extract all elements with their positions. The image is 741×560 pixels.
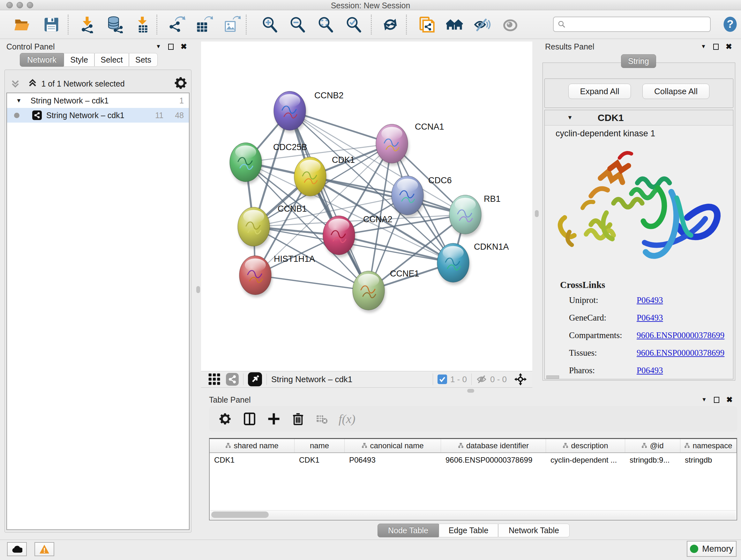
node-label-CCNA1: CCNA1 [415, 122, 444, 132]
tab-node-table[interactable]: Node Table [378, 523, 439, 537]
table-cell[interactable]: CDK1 [210, 453, 294, 467]
panel-close-icon[interactable]: ✖ [726, 42, 732, 51]
birdseye-navigator-icon[interactable] [514, 373, 527, 386]
zoom-in-icon[interactable] [261, 16, 278, 33]
network-canvas[interactable]: CCNB2CCNA1CDC25BCDK1CDC6RB1CCNB1CCNA2CDK… [201, 42, 532, 371]
import-database-icon[interactable] [106, 16, 123, 33]
network-collection-row[interactable]: ▼ String Network – cdk1 1 [7, 93, 189, 108]
table-cell[interactable]: stringdb [680, 453, 737, 467]
column-header-database-identifier[interactable]: database identifier [441, 439, 546, 452]
protein-collapse-icon[interactable]: ▼ [567, 114, 573, 121]
panel-float-icon[interactable] [168, 44, 174, 50]
show-all-networks-icon[interactable] [446, 16, 463, 33]
table-scrollbar-thumb[interactable] [211, 511, 269, 518]
crosslink-value-link[interactable]: P06493 [636, 295, 663, 305]
panel-collapse-icon[interactable]: ▼ [701, 44, 706, 50]
crosslink-row: Uniprot:P06493 [569, 295, 733, 305]
add-column-icon[interactable] [267, 412, 280, 426]
save-session-icon[interactable] [43, 16, 60, 33]
tab-string[interactable]: String [621, 54, 656, 68]
crosslink-value-link[interactable]: 9606.ENSP00000378699 [636, 348, 724, 358]
results-scrollbar-fragment[interactable] [546, 375, 559, 379]
network-selection-status: 1 of 1 Network selected [35, 79, 131, 88]
import-table-icon[interactable] [134, 16, 151, 33]
panel-collapse-icon[interactable]: ▼ [156, 44, 161, 50]
export-image-icon[interactable] [223, 16, 241, 33]
table-cell[interactable]: 9606.ENSP00000378699 [441, 453, 546, 467]
network-node-CDC6[interactable]: CDC6 [392, 176, 452, 217]
network-node-HIST1H1A[interactable]: HIST1H1A [239, 254, 315, 297]
detach-view-icon[interactable] [248, 372, 262, 386]
collapse-all-icon[interactable] [10, 78, 20, 89]
column-header-@id[interactable]: @id [625, 439, 680, 452]
show-columns-icon[interactable] [243, 412, 256, 426]
network-node-CCNA1[interactable]: CCNA1 [376, 122, 444, 166]
gray-eye-icon[interactable] [502, 16, 519, 33]
warning-button[interactable] [35, 542, 54, 556]
open-session-icon[interactable] [13, 16, 30, 33]
memory-label: Memory [702, 544, 733, 554]
network-node-CCNE1[interactable]: CCNE1 [353, 269, 419, 313]
expand-all-button[interactable]: Expand All [568, 84, 631, 99]
table-panel-controls: ▼ ✖ [701, 395, 733, 404]
network-node-CDK1[interactable]: CDK1 [294, 155, 355, 199]
network-node-CCNB2[interactable]: CCNB2 [274, 91, 344, 133]
crosslink-value-link[interactable]: P06493 [636, 366, 663, 375]
column-header-canonical-name[interactable]: canonical name [345, 439, 441, 452]
hide-string-styles-icon[interactable] [474, 16, 491, 33]
left-splitter-handle[interactable] [196, 286, 200, 293]
column-header-shared-name[interactable]: shared name [210, 439, 294, 452]
table-cell[interactable]: P06493 [345, 453, 441, 467]
crosslink-value-link[interactable]: P06493 [636, 313, 663, 323]
tab-network-table[interactable]: Network Table [498, 523, 569, 537]
crosslink-label: GeneCard: [569, 313, 636, 323]
network-row[interactable]: String Network – cdk1 11 48 [7, 108, 189, 123]
table-cell[interactable]: stringdb:9... [625, 453, 680, 467]
hidden-eye-icon[interactable] [476, 374, 487, 385]
help-icon[interactable]: ? [722, 16, 738, 33]
import-network-icon[interactable] [78, 16, 96, 33]
tab-sets[interactable]: Sets [129, 53, 158, 67]
table-cell[interactable]: cyclin-dependent ... [546, 453, 625, 467]
network-node-RB1[interactable]: RB1 [449, 194, 501, 237]
tab-select[interactable]: Select [94, 53, 129, 67]
panel-close-icon[interactable]: ✖ [726, 395, 733, 404]
right-splitter-handle[interactable] [535, 210, 539, 217]
protein-section-header[interactable]: ▼ CDK1 [545, 110, 733, 125]
tab-style[interactable]: Style [64, 53, 94, 67]
panel-float-icon[interactable] [714, 397, 719, 403]
memory-button[interactable]: Memory [687, 541, 737, 557]
zoom-selected-icon[interactable] [345, 16, 362, 33]
clone-network-icon[interactable] [418, 16, 435, 33]
node-table-body: CDK1CDK1P064939606.ENSP00000378699cyclin… [210, 453, 737, 467]
export-network-icon[interactable] [169, 16, 186, 33]
table-cell[interactable]: CDK1 [294, 453, 345, 467]
table-row[interactable]: CDK1CDK1P064939606.ENSP00000378699cyclin… [210, 453, 737, 467]
network-options-gear-icon[interactable] [174, 76, 188, 90]
collapse-all-button[interactable]: Collapse All [643, 84, 710, 99]
network-node-CDKN1A[interactable]: CDKN1A [437, 242, 509, 285]
zoom-fit-icon[interactable] [317, 16, 334, 33]
grid-view-icon[interactable] [208, 373, 221, 386]
tab-edge-table[interactable]: Edge Table [439, 523, 498, 537]
horizontal-splitter-handle[interactable] [467, 389, 474, 393]
zoom-out-icon[interactable] [289, 16, 306, 33]
network-view-share-icon[interactable] [226, 373, 239, 386]
collection-expand-icon[interactable]: ▼ [16, 98, 22, 104]
refresh-icon[interactable] [382, 16, 399, 33]
panel-collapse-icon[interactable]: ▼ [701, 396, 707, 403]
delete-column-icon[interactable] [291, 412, 305, 426]
column-header-name[interactable]: name [294, 439, 345, 452]
column-header-namespace[interactable]: namespace [680, 439, 737, 452]
column-header-description[interactable]: description [546, 439, 625, 452]
tab-network[interactable]: Network [20, 53, 64, 67]
export-table-icon[interactable] [196, 16, 213, 33]
selected-checkbox-icon[interactable] [437, 374, 447, 384]
crosslink-value-link[interactable]: 9606.ENSP00000378699 [636, 330, 724, 340]
panel-close-icon[interactable]: ✖ [181, 42, 187, 51]
table-options-gear-icon[interactable] [219, 412, 232, 426]
search-input[interactable] [566, 20, 703, 29]
cloud-button[interactable] [7, 542, 27, 556]
panel-float-icon[interactable] [713, 44, 719, 50]
table-horizontal-scrollbar[interactable] [210, 510, 736, 519]
